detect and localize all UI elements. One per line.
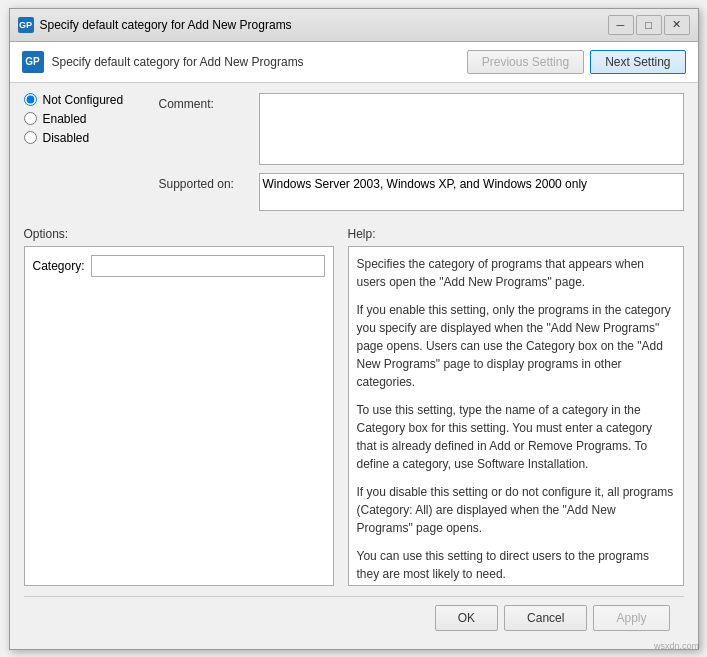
close-button[interactable]: ✕ bbox=[664, 15, 690, 35]
help-para-5: You can use this setting to direct users… bbox=[357, 547, 675, 583]
radio-enabled-input[interactable] bbox=[24, 112, 37, 125]
options-section: Options: Category: bbox=[24, 227, 334, 586]
comment-row: Comment: bbox=[159, 93, 684, 165]
options-label: Options: bbox=[24, 227, 334, 241]
help-section: Help: Specifies the category of programs… bbox=[348, 227, 684, 586]
comment-textarea[interactable] bbox=[259, 93, 684, 165]
help-para-4: If you disable this setting or do not co… bbox=[357, 483, 675, 537]
supported-row: Supported on: Windows Server 2003, Windo… bbox=[159, 173, 684, 211]
next-setting-button[interactable]: Next Setting bbox=[590, 50, 685, 74]
title-bar-controls: ─ □ ✕ bbox=[608, 15, 690, 35]
dialog-icon: GP bbox=[22, 51, 44, 73]
window-icon: GP bbox=[18, 17, 34, 33]
help-label: Help: bbox=[348, 227, 684, 241]
maximize-button[interactable]: □ bbox=[636, 15, 662, 35]
help-para-2: If you enable this setting, only the pro… bbox=[357, 301, 675, 391]
options-box: Category: bbox=[24, 246, 334, 586]
dialog-header: GP Specify default category for Add New … bbox=[10, 42, 698, 83]
category-row: Category: bbox=[33, 255, 325, 277]
comment-label: Comment: bbox=[159, 93, 259, 111]
watermark: wsxdn.com bbox=[654, 641, 699, 651]
dialog-header-title: Specify default category for Add New Pro… bbox=[52, 55, 459, 69]
category-label: Category: bbox=[33, 259, 85, 273]
bottom-sections: Options: Category: Help: Specifies the c… bbox=[24, 227, 684, 586]
supported-textarea[interactable]: Windows Server 2003, Windows XP, and Win… bbox=[259, 173, 684, 211]
title-bar-left: GP Specify default category for Add New … bbox=[18, 17, 292, 33]
header-buttons: Previous Setting Next Setting bbox=[467, 50, 686, 74]
main-content: Not Configured Enabled Disabled Comment: bbox=[10, 83, 698, 649]
supported-label: Supported on: bbox=[159, 173, 259, 191]
right-section: Comment: Supported on: Windows Server 20… bbox=[159, 93, 684, 211]
help-para-1: Specifies the category of programs that … bbox=[357, 255, 675, 291]
previous-setting-button[interactable]: Previous Setting bbox=[467, 50, 584, 74]
help-para-3: To use this setting, type the name of a … bbox=[357, 401, 675, 473]
apply-button[interactable]: Apply bbox=[593, 605, 669, 631]
radio-not-configured[interactable]: Not Configured bbox=[24, 93, 154, 107]
radio-section: Not Configured Enabled Disabled bbox=[24, 93, 154, 145]
radio-disabled[interactable]: Disabled bbox=[24, 131, 154, 145]
main-window: GP Specify default category for Add New … bbox=[9, 8, 699, 650]
dialog-footer: OK Cancel Apply bbox=[24, 596, 684, 639]
radio-disabled-input[interactable] bbox=[24, 131, 37, 144]
title-bar: GP Specify default category for Add New … bbox=[10, 9, 698, 42]
window-title: Specify default category for Add New Pro… bbox=[40, 18, 292, 32]
minimize-button[interactable]: ─ bbox=[608, 15, 634, 35]
top-section: Not Configured Enabled Disabled Comment: bbox=[24, 93, 684, 219]
help-box[interactable]: Specifies the category of programs that … bbox=[348, 246, 684, 586]
radio-not-configured-input[interactable] bbox=[24, 93, 37, 106]
ok-button[interactable]: OK bbox=[435, 605, 498, 631]
radio-enabled[interactable]: Enabled bbox=[24, 112, 154, 126]
cancel-button[interactable]: Cancel bbox=[504, 605, 587, 631]
category-input[interactable] bbox=[91, 255, 325, 277]
